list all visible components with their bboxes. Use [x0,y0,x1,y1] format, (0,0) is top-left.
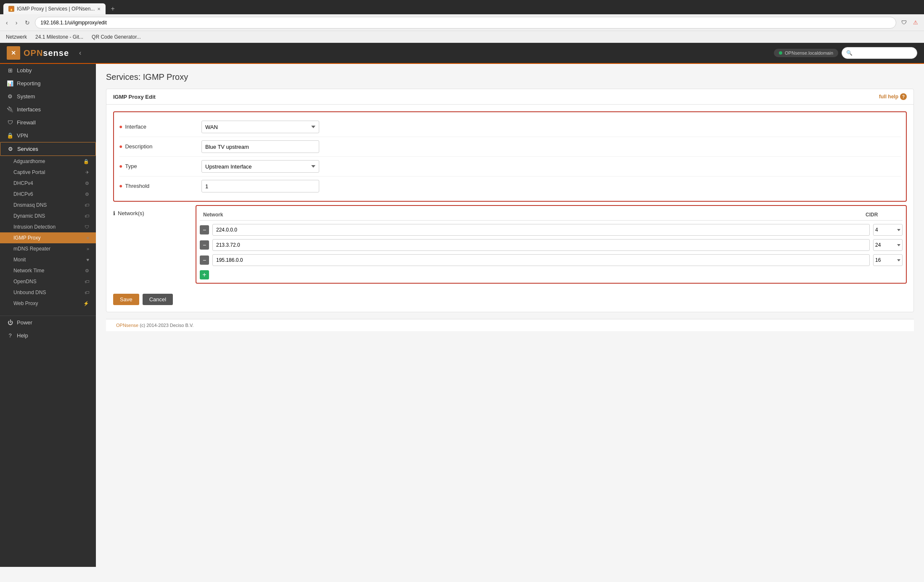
save-button[interactable]: Save [113,294,139,305]
networks-outer-row: ℹ Network(s) Network CIDR − [113,202,907,287]
help-icon: ? [7,332,13,339]
sidebar-subitem-network-time[interactable]: Network Time ⚙ [0,265,96,276]
description-field [201,140,901,153]
threshold-row: ● Threshold [119,176,901,196]
threshold-required-icon: ● [119,182,122,189]
sidebar-subitem-adguardhome[interactable]: Adguardhome 🔒 [0,156,96,167]
network-1-input[interactable] [212,239,870,251]
firewall-icon: 🛡 [7,119,13,126]
sidebar-subitem-captive-portal[interactable]: Captive Portal ✈ [0,167,96,178]
threshold-input[interactable] [201,180,319,192]
sidebar-subitem-unbound-dns[interactable]: Unbound DNS 🏷 [0,287,96,298]
sidebar: ⊞ Lobby 📊 Reporting ⚙ System 🔌 Interface… [0,64,96,567]
dhcpv6-label: DHCPv6 [13,191,33,197]
bookmark-milestone[interactable]: 24.1 Milestone - Git... [33,33,86,41]
sidebar-item-services[interactable]: ⚙ Services [0,142,96,156]
threshold-label: ● Threshold [119,180,195,189]
sidebar-item-vpn[interactable]: 🔒 VPN [0,129,96,142]
refresh-button[interactable]: ↻ [22,18,32,28]
sidebar-subitem-dynamic-dns[interactable]: Dynamic DNS 🏷 [0,211,96,221]
threshold-field [201,180,901,192]
intrusion-detection-label: Intrusion Detection [13,224,56,230]
sidebar-item-services-label: Services [17,146,38,152]
forward-button[interactable]: › [13,18,20,28]
cancel-button[interactable]: Cancel [143,294,173,305]
type-label: ● Type [119,160,195,169]
sidebar-subitem-dhcpv4[interactable]: DHCPv4 ⚙ [0,178,96,189]
sidebar-subitem-intrusion-detection[interactable]: Intrusion Detection 🛡 [0,221,96,232]
type-required-icon: ● [119,163,122,169]
new-tab-button[interactable]: + [107,3,118,14]
sidebar-subitem-opendns[interactable]: OpenDNS 🏷 [0,276,96,287]
mdns-repeater-badge: » [87,246,89,251]
network-2-input[interactable] [212,254,870,266]
sidebar-item-interfaces-label: Interfaces [17,106,41,113]
igmp-proxy-edit-card: IGMP Proxy Edit full help ? ● Interface [106,89,914,312]
back-button[interactable]: ‹ [3,18,11,28]
description-input[interactable] [201,140,319,153]
web-proxy-badge: ⚡ [83,301,89,306]
footer-link[interactable]: OPNsense [116,323,138,328]
power-icon: ⏻ [7,319,13,326]
sidebar-item-interfaces[interactable]: 🔌 Interfaces [0,103,96,116]
type-select[interactable]: Upstream Interface Downstream Interface [201,160,319,173]
sidebar-subitem-igmp-proxy[interactable]: IGMP Proxy ≡ [0,232,96,243]
sidebar-item-help[interactable]: ? Help [0,329,96,342]
bookmark-qrcode[interactable]: QR Code Generator... [89,33,143,41]
monit-badge: ♥ [86,257,89,262]
app-header: ✕ OPNsense ‹ OPNsense.localdomain [0,43,924,64]
cidr-0-select[interactable]: 4 8 16 24 32 [873,224,903,236]
dhcpv6-badge: ⚙ [85,192,89,197]
app-wrapper: ✕ OPNsense ‹ OPNsense.localdomain ⊞ Lobb… [0,43,924,567]
remove-network-0-button[interactable]: − [200,225,209,234]
active-tab[interactable]: 🔥 IGMP Proxy | Services | OPNsen... ✕ [3,3,106,14]
sidebar-item-system[interactable]: ⚙ System [0,90,96,103]
full-help-link[interactable]: full help ? [879,93,907,100]
remove-network-2-button[interactable]: − [200,255,209,265]
bookmarks-bar: Netzwerk 24.1 Milestone - Git... QR Code… [0,31,924,43]
sidebar-subitem-dhcpv6[interactable]: DHCPv6 ⚙ [0,189,96,200]
header-search-input[interactable] [842,47,917,59]
cidr-2-select[interactable]: 4 8 16 24 32 [873,254,903,266]
sidebar-subitem-monit[interactable]: Monit ♥ [0,254,96,265]
network-time-label: Network Time [13,268,44,274]
bookmark-netzwerk[interactable]: Netzwerk [3,33,29,41]
remove-network-1-button[interactable]: − [200,240,209,250]
sidebar-subitem-dnsmasq[interactable]: Dnsmasq DNS 🏷 [0,200,96,211]
web-proxy-label: Web Proxy [13,300,38,306]
sidebar-item-lobby[interactable]: ⊞ Lobby [0,64,96,77]
header-status: OPNsense.localdomain [774,49,838,57]
browser-toolbar: ‹ › ↻ 🛡 ⚠ [0,14,924,31]
sidebar-subitem-web-proxy[interactable]: Web Proxy ⚡ [0,298,96,309]
sidebar-subitem-mdns-repeater[interactable]: mDNS Repeater » [0,243,96,254]
vpn-icon: 🔒 [7,132,13,139]
help-circle-icon: ? [900,93,907,100]
sidebar-item-system-label: System [17,93,35,100]
add-network-button[interactable]: + [200,270,209,279]
monit-label: Monit [13,257,26,263]
bookmark-qrcode-label: QR Code Generator... [92,34,141,40]
sidebar-item-reporting[interactable]: 📊 Reporting [0,77,96,90]
tab-close-button[interactable]: ✕ [97,7,101,11]
interface-select[interactable]: WAN LAN [201,121,319,133]
interface-required-icon: ● [119,123,122,130]
sidebar-item-firewall[interactable]: 🛡 Firewall [0,116,96,129]
warning-icon: ⚠ [911,18,921,28]
unbound-dns-label: Unbound DNS [13,290,46,295]
full-help-label: full help [879,94,898,100]
networks-section: Network CIDR − 4 8 16 [196,205,907,284]
lobby-icon: ⊞ [7,67,13,74]
dnsmasq-badge: 🏷 [85,203,89,208]
cidr-1-select[interactable]: 4 8 16 24 32 [873,239,903,251]
sidebar-item-power[interactable]: ⏻ Power [0,316,96,329]
captive-portal-badge: ✈ [85,170,89,175]
captive-portal-label: Captive Portal [13,169,45,175]
opendns-badge: 🏷 [85,279,89,284]
igmp-proxy-badge: ≡ [87,235,89,240]
network-0-input[interactable] [212,224,870,236]
interface-label: ● Interface [119,121,195,130]
interface-field: WAN LAN [201,121,901,133]
sidebar-collapse-button[interactable]: ‹ [79,49,81,57]
address-bar[interactable] [35,17,896,29]
network-row-2: − 4 8 16 24 32 [200,253,903,268]
